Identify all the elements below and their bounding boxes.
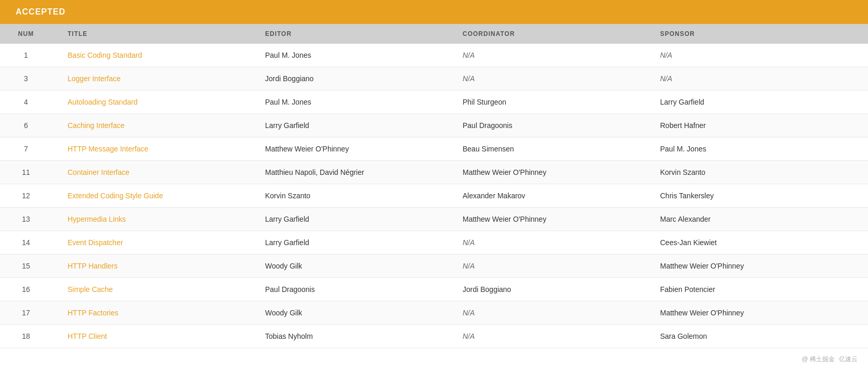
cell-coordinator: Paul Dragoonis bbox=[447, 114, 645, 137]
title-link[interactable]: Autoloading Standard bbox=[68, 98, 138, 106]
cell-sponsor: N/A bbox=[645, 67, 868, 91]
title-link[interactable]: Caching Interface bbox=[68, 121, 125, 130]
cell-editor: Matthew Weier O'Phinney bbox=[249, 137, 447, 161]
cell-sponsor: Robert Hafner bbox=[645, 114, 868, 137]
cell-editor: Korvin Szanto bbox=[249, 184, 447, 208]
section-header: ACCEPTED bbox=[0, 0, 868, 24]
cell-title[interactable]: Logger Interface bbox=[52, 67, 249, 91]
cell-num: 6 bbox=[0, 114, 52, 137]
cell-title[interactable]: HTTP Handlers bbox=[52, 255, 249, 278]
table-row: 12Extended Coding Style GuideKorvin Szan… bbox=[0, 184, 868, 208]
cell-sponsor: Larry Garfield bbox=[645, 91, 868, 114]
cell-editor: Larry Garfield bbox=[249, 114, 447, 137]
title-link[interactable]: Hypermedia Links bbox=[68, 215, 126, 223]
cell-coordinator: N/A bbox=[447, 67, 645, 91]
cell-num: 15 bbox=[0, 255, 52, 278]
cell-sponsor: Chris Tankersley bbox=[645, 184, 868, 208]
cell-editor: Woody Gilk bbox=[249, 301, 447, 325]
cell-coordinator: Jordi Boggiano bbox=[447, 278, 645, 301]
cell-coordinator: N/A bbox=[447, 255, 645, 278]
title-link[interactable]: Logger Interface bbox=[68, 74, 121, 83]
cell-title[interactable]: Container Interface bbox=[52, 161, 249, 184]
cell-editor: Woody Gilk bbox=[249, 255, 447, 278]
table-row: 4Autoloading StandardPaul M. JonesPhil S… bbox=[0, 91, 868, 114]
table-row: 6Caching InterfaceLarry GarfieldPaul Dra… bbox=[0, 114, 868, 137]
cell-editor: Larry Garfield bbox=[249, 231, 447, 255]
table-row: 1Basic Coding StandardPaul M. JonesN/AN/… bbox=[0, 44, 868, 67]
col-header-coordinator: COORDINATOR bbox=[447, 24, 645, 44]
cell-sponsor: Korvin Szanto bbox=[645, 161, 868, 184]
cell-title[interactable]: Basic Coding Standard bbox=[52, 44, 249, 67]
cell-sponsor: Matthew Weier O'Phinney bbox=[645, 301, 868, 325]
cell-num: 13 bbox=[0, 208, 52, 231]
cell-editor: Paul Dragoonis bbox=[249, 278, 447, 301]
psr-table: NUM TITLE EDITOR COORDINATOR SPONSOR 1Ba… bbox=[0, 24, 868, 348]
col-header-editor: EDITOR bbox=[249, 24, 447, 44]
cell-coordinator: N/A bbox=[447, 231, 645, 255]
cell-title[interactable]: HTTP Client bbox=[52, 325, 249, 348]
title-link[interactable]: Basic Coding Standard bbox=[68, 51, 142, 59]
table-row: 16Simple CachePaul DragoonisJordi Boggia… bbox=[0, 278, 868, 301]
title-link[interactable]: HTTP Message Interface bbox=[68, 145, 148, 153]
cell-num: 3 bbox=[0, 67, 52, 91]
cell-editor: Paul M. Jones bbox=[249, 91, 447, 114]
title-link[interactable]: HTTP Factories bbox=[68, 309, 119, 317]
cell-sponsor: Sara Golemon bbox=[645, 325, 868, 348]
cell-coordinator: N/A bbox=[447, 44, 645, 67]
title-link[interactable]: Simple Cache bbox=[68, 285, 113, 294]
cell-sponsor: Paul M. Jones bbox=[645, 137, 868, 161]
col-header-title: TITLE bbox=[52, 24, 249, 44]
table-body: 1Basic Coding StandardPaul M. JonesN/AN/… bbox=[0, 44, 868, 348]
cell-title[interactable]: Autoloading Standard bbox=[52, 91, 249, 114]
table-row: 13Hypermedia LinksLarry GarfieldMatthew … bbox=[0, 208, 868, 231]
table-head: NUM TITLE EDITOR COORDINATOR SPONSOR bbox=[0, 24, 868, 44]
table-row: 11Container InterfaceMatthieu Napoli, Da… bbox=[0, 161, 868, 184]
title-link[interactable]: HTTP Client bbox=[68, 332, 107, 340]
cell-title[interactable]: Caching Interface bbox=[52, 114, 249, 137]
cell-coordinator: N/A bbox=[447, 325, 645, 348]
table-row: 17HTTP FactoriesWoody GilkN/AMatthew Wei… bbox=[0, 301, 868, 325]
cell-title[interactable]: HTTP Factories bbox=[52, 301, 249, 325]
cell-title[interactable]: HTTP Message Interface bbox=[52, 137, 249, 161]
cell-sponsor: N/A bbox=[645, 44, 868, 67]
cell-num: 16 bbox=[0, 278, 52, 301]
cell-coordinator: N/A bbox=[447, 301, 645, 325]
watermark: @ 稀土掘金 亿速云 bbox=[801, 355, 858, 364]
column-header-row: NUM TITLE EDITOR COORDINATOR SPONSOR bbox=[0, 24, 868, 44]
cell-num: 7 bbox=[0, 137, 52, 161]
cell-editor: Matthieu Napoli, David Négrier bbox=[249, 161, 447, 184]
cell-coordinator: Phil Sturgeon bbox=[447, 91, 645, 114]
cell-sponsor: Cees-Jan Kiewiet bbox=[645, 231, 868, 255]
watermark-left: @ 稀土掘金 bbox=[801, 355, 835, 364]
cell-title[interactable]: Extended Coding Style Guide bbox=[52, 184, 249, 208]
table-row: 14Event DispatcherLarry GarfieldN/ACees-… bbox=[0, 231, 868, 255]
cell-coordinator: Matthew Weier O'Phinney bbox=[447, 161, 645, 184]
cell-sponsor: Marc Alexander bbox=[645, 208, 868, 231]
cell-coordinator: Alexander Makarov bbox=[447, 184, 645, 208]
cell-num: 1 bbox=[0, 44, 52, 67]
cell-coordinator: Matthew Weier O'Phinney bbox=[447, 208, 645, 231]
cell-sponsor: Matthew Weier O'Phinney bbox=[645, 255, 868, 278]
col-header-sponsor: SPONSOR bbox=[645, 24, 868, 44]
title-link[interactable]: HTTP Handlers bbox=[68, 262, 117, 270]
table-row: 15HTTP HandlersWoody GilkN/AMatthew Weie… bbox=[0, 255, 868, 278]
title-link[interactable]: Event Dispatcher bbox=[68, 238, 123, 247]
cell-editor: Larry Garfield bbox=[249, 208, 447, 231]
title-link[interactable]: Container Interface bbox=[68, 168, 129, 176]
cell-editor: Jordi Boggiano bbox=[249, 67, 447, 91]
cell-num: 17 bbox=[0, 301, 52, 325]
cell-title[interactable]: Hypermedia Links bbox=[52, 208, 249, 231]
cell-editor: Paul M. Jones bbox=[249, 44, 447, 67]
accepted-table-container: ACCEPTED NUM TITLE EDITOR COORDINATOR SP… bbox=[0, 0, 868, 369]
cell-editor: Tobias Nyholm bbox=[249, 325, 447, 348]
cell-num: 14 bbox=[0, 231, 52, 255]
title-link[interactable]: Extended Coding Style Guide bbox=[68, 192, 163, 200]
cell-num: 11 bbox=[0, 161, 52, 184]
cell-sponsor: Fabien Potencier bbox=[645, 278, 868, 301]
table-row: 7HTTP Message InterfaceMatthew Weier O'P… bbox=[0, 137, 868, 161]
table-row: 18HTTP ClientTobias NyholmN/ASara Golemo… bbox=[0, 325, 868, 348]
table-row: 3Logger InterfaceJordi BoggianoN/AN/A bbox=[0, 67, 868, 91]
section-title: ACCEPTED bbox=[16, 7, 852, 17]
cell-title[interactable]: Simple Cache bbox=[52, 278, 249, 301]
cell-title[interactable]: Event Dispatcher bbox=[52, 231, 249, 255]
